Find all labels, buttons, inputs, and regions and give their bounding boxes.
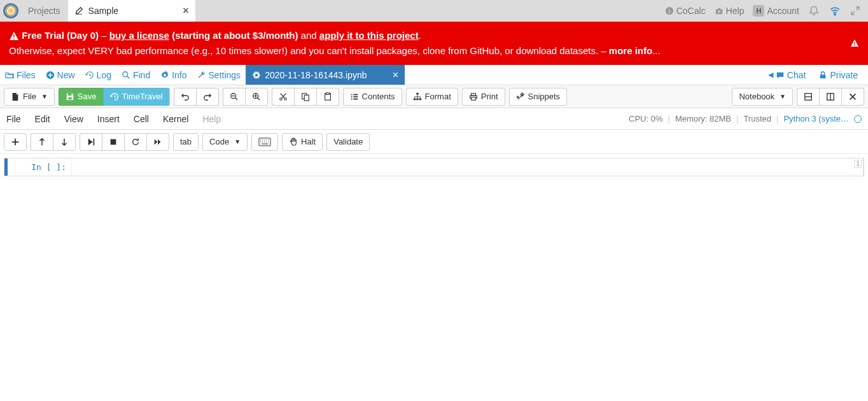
bell-icon[interactable] <box>808 5 820 17</box>
banner-line2: Otherwise, expect VERY bad performance (… <box>9 45 609 56</box>
cocalc-link[interactable]: i CoCalc <box>665 6 706 16</box>
svg-point-10 <box>164 73 166 76</box>
find-tab[interactable]: Find <box>116 65 155 85</box>
file-dropdown-button[interactable]: File ▼ <box>4 88 55 106</box>
svg-rect-25 <box>416 92 419 94</box>
settings-tab[interactable]: Settings <box>192 65 246 85</box>
close-icon[interactable]: × <box>393 69 398 81</box>
svg-point-8 <box>123 71 128 76</box>
run-button[interactable] <box>80 133 102 151</box>
move-down-button[interactable] <box>53 133 76 151</box>
format-button[interactable]: Format <box>406 88 458 106</box>
chat-link[interactable]: ◀ Chat <box>766 70 809 80</box>
timetravel-button[interactable]: TimeTravel <box>103 88 170 106</box>
menu-edit[interactable]: Edit <box>35 114 50 124</box>
cell-prompt: In [ ]: <box>8 158 71 176</box>
svg-rect-24 <box>326 92 329 94</box>
undo-button[interactable] <box>174 88 196 106</box>
wifi-icon[interactable] <box>829 5 841 17</box>
menu-view[interactable]: View <box>64 114 83 124</box>
more-info-link[interactable]: more info <box>609 45 652 56</box>
menu-kernel[interactable]: Kernel <box>163 114 188 124</box>
snippets-button[interactable]: Snippets <box>509 88 568 106</box>
split-horizontal-button[interactable] <box>819 88 841 106</box>
cell-input[interactable] <box>71 158 864 176</box>
stop-button[interactable] <box>102 133 124 151</box>
caret-left-icon: ◀ <box>768 71 773 79</box>
menu-help[interactable]: Help <box>202 114 221 124</box>
hand-icon <box>289 137 298 146</box>
account-badge: H <box>753 5 764 17</box>
validate-button[interactable]: Validate <box>326 133 370 151</box>
notebook-dropdown[interactable]: Notebook ▼ <box>732 88 793 106</box>
file-icon <box>11 92 20 101</box>
contents-button[interactable]: Contents <box>343 88 402 106</box>
cut-icon <box>279 92 288 101</box>
close-icon[interactable]: × <box>183 5 188 17</box>
kernel-status-icon <box>854 115 862 123</box>
projects-link[interactable]: Projects <box>20 0 68 22</box>
account-label: Account <box>767 6 799 16</box>
svg-rect-22 <box>304 95 309 101</box>
close-panel-button[interactable] <box>841 88 864 106</box>
files-tab[interactable]: Files <box>0 65 41 85</box>
plus-icon <box>11 137 20 146</box>
svg-rect-26 <box>413 98 416 100</box>
buy-license-link[interactable]: buy a license <box>109 30 169 41</box>
zoom-out-button[interactable] <box>223 88 245 106</box>
save-icon <box>66 92 74 101</box>
cpu-status: CPU: 0% <box>629 114 662 123</box>
split-vertical-button[interactable] <box>797 88 819 106</box>
private-link[interactable]: Private <box>816 70 860 80</box>
file-toolbar: File ▼ Save TimeTravel Contents Format P… <box>0 85 868 108</box>
menu-cell[interactable]: Cell <box>134 114 149 124</box>
zoom-out-icon <box>230 92 239 101</box>
apply-project-link[interactable]: apply it to this project <box>319 30 419 41</box>
kernel-name[interactable]: Python 3 (syste… <box>783 114 849 123</box>
open-file-name: 2020-11-18-161443.ipynb <box>265 70 367 80</box>
notebook-menubar: File Edit View Insert Cell Kernel Help C… <box>0 108 868 130</box>
open-file-tab[interactable]: 2020-11-18-161443.ipynb × <box>246 65 405 85</box>
menu-file[interactable]: File <box>6 114 21 124</box>
history-icon <box>110 92 119 101</box>
insert-cell-button[interactable] <box>4 133 27 151</box>
redo-button[interactable] <box>196 88 219 106</box>
cell-type-dropdown[interactable]: Code ▼ <box>202 133 248 151</box>
copy-button[interactable] <box>294 88 316 106</box>
print-button[interactable]: Print <box>462 88 505 106</box>
keyboard-button[interactable] <box>251 133 278 151</box>
notebook-cells: In [ ]: 1 <box>0 154 868 180</box>
menu-insert[interactable]: Insert <box>97 114 120 124</box>
arrow-down-icon <box>60 137 69 146</box>
banner-prefix: Free Trial (Day 0) <box>22 30 99 41</box>
chevron-down-icon: ▼ <box>234 138 241 145</box>
info-tab[interactable]: Info <box>155 65 192 85</box>
save-button[interactable]: Save <box>59 88 103 106</box>
restart-button[interactable] <box>124 133 146 151</box>
svg-point-20 <box>284 97 286 100</box>
log-tab[interactable]: Log <box>80 65 116 85</box>
zoom-in-button[interactable] <box>245 88 268 106</box>
project-tab-sample[interactable]: Sample × <box>68 0 195 22</box>
new-tab[interactable]: New <box>41 65 80 85</box>
tab-button[interactable]: tab <box>173 133 199 151</box>
move-up-button[interactable] <box>31 133 53 151</box>
code-cell[interactable]: In [ ]: 1 <box>4 158 864 176</box>
stop-icon <box>109 137 118 146</box>
split-h-icon <box>826 92 835 101</box>
expand-icon[interactable] <box>850 6 860 16</box>
project-nav-row: Files New Log Find Info Settings 2020-11… <box>0 65 868 85</box>
jupyter-icon <box>252 71 261 80</box>
svg-rect-27 <box>416 98 419 100</box>
halt-button[interactable]: Halt <box>282 133 323 151</box>
step-forward-icon <box>87 137 95 146</box>
run-all-button[interactable] <box>146 133 169 151</box>
help-link[interactable]: Help <box>715 6 745 16</box>
paste-button[interactable] <box>316 88 339 106</box>
cell-exec-count: 1 <box>854 160 862 168</box>
account-link[interactable]: H Account <box>753 5 799 17</box>
svg-rect-31 <box>471 97 475 99</box>
cocalc-logo[interactable] <box>1 0 20 22</box>
paste-icon <box>323 92 332 101</box>
cut-button[interactable] <box>272 88 294 106</box>
